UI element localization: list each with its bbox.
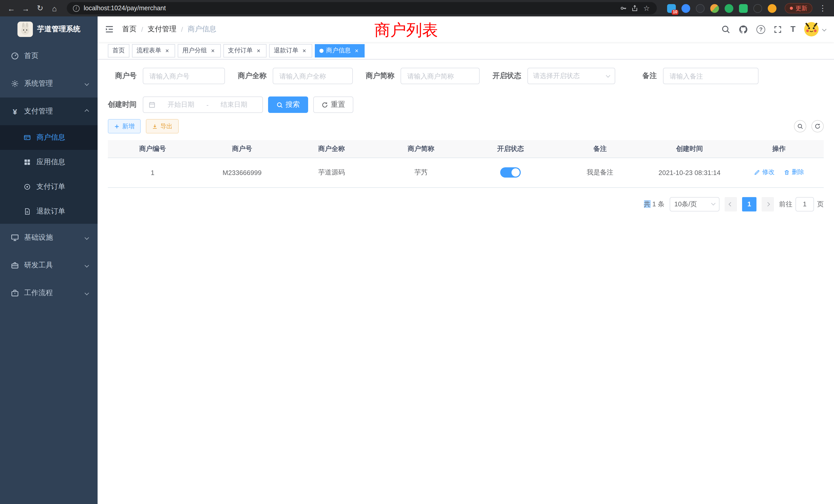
tab-refund-order[interactable]: 退款订单×	[269, 44, 312, 57]
address-bar[interactable]: i localhost:1024/pay/merchant ☆	[67, 2, 657, 14]
pagination-total: 共 1 条	[644, 199, 664, 209]
sidebar-item-dev-tools[interactable]: 研发工具	[0, 251, 97, 279]
sidebar-item-refund-order[interactable]: 退款订单	[0, 199, 97, 224]
refresh-icon	[814, 123, 821, 129]
help-icon[interactable]: ?	[756, 25, 765, 33]
edit-link[interactable]: 修改	[754, 168, 774, 177]
share-icon[interactable]	[631, 5, 638, 12]
sidebar-item-merchant-info[interactable]: 商户信息	[0, 125, 97, 150]
sidebar-item-home[interactable]: 首页	[0, 42, 97, 70]
home-icon[interactable]: ⌂	[48, 2, 61, 14]
breadcrumb-payment[interactable]: 支付管理	[148, 25, 176, 34]
sidebar-item-infrastructure[interactable]: 基础设施	[0, 224, 97, 251]
extension-icon[interactable]: 10	[667, 4, 676, 13]
tab-process-form[interactable]: 流程表单×	[132, 44, 175, 57]
chevron-right-icon	[766, 202, 770, 206]
back-icon[interactable]: ←	[5, 2, 18, 14]
profile-avatar-icon[interactable]	[768, 4, 776, 13]
col-actions: 操作	[734, 140, 824, 158]
tab-merchant-info[interactable]: 商户信息×	[315, 44, 365, 57]
trash-icon	[784, 169, 790, 176]
browser-menu-icon[interactable]: ⋮	[816, 2, 829, 14]
date-end-placeholder[interactable]: 结束日期	[211, 100, 257, 109]
extension-icon[interactable]	[681, 4, 690, 13]
close-icon[interactable]: ×	[301, 47, 308, 54]
close-icon[interactable]: ×	[164, 47, 171, 54]
close-icon[interactable]: ×	[210, 47, 216, 54]
breadcrumb-home[interactable]: 首页	[122, 25, 137, 34]
add-button[interactable]: 新增	[108, 119, 141, 134]
tab-user-group[interactable]: 用户分组×	[178, 44, 221, 57]
fullscreen-icon[interactable]	[773, 25, 782, 33]
delete-link[interactable]: 删除	[784, 168, 804, 177]
url-text[interactable]: localhost:1024/pay/merchant	[84, 5, 616, 12]
sidebar-item-app-info[interactable]: 应用信息	[0, 150, 97, 175]
extension-icon[interactable]	[753, 4, 762, 13]
prev-page-button[interactable]	[725, 197, 737, 211]
cell-remark: 我是备注	[555, 158, 645, 187]
browser-update-button[interactable]: 更新	[785, 3, 812, 13]
filter-create-time: 创建时间 开始日期 - 结束日期	[108, 96, 263, 113]
tab-home[interactable]: 首页	[108, 44, 129, 57]
chevron-down-icon	[85, 263, 89, 268]
page-unit-label: 页	[817, 199, 824, 209]
tab-pay-order[interactable]: 支付订单×	[223, 44, 266, 57]
main-area: 首页 / 支付管理 / 商户信息 商户列表 ?	[97, 17, 834, 504]
status-select[interactable]: 请选择开启状态	[527, 68, 615, 84]
date-start-placeholder[interactable]: 开始日期	[158, 100, 204, 109]
key-icon[interactable]	[620, 5, 627, 12]
github-icon[interactable]	[739, 24, 748, 34]
page-size-select[interactable]: 10条/页	[670, 197, 720, 211]
extension-icon[interactable]	[710, 4, 719, 13]
filter-short-name: 商户简称	[366, 68, 480, 84]
merchant-no-input[interactable]	[143, 68, 225, 84]
sidebar-item-system[interactable]: 系统管理	[0, 70, 97, 97]
toggle-search-button[interactable]	[794, 120, 806, 132]
full-name-input[interactable]	[273, 68, 353, 84]
toolbox-icon	[10, 261, 20, 270]
search-button[interactable]: 搜索	[268, 96, 308, 113]
next-page-button[interactable]	[762, 197, 774, 211]
refresh-button[interactable]	[811, 120, 824, 132]
sidebar-item-workflow[interactable]: 工作流程	[0, 279, 97, 307]
font-size-icon[interactable]: T	[790, 25, 795, 34]
cell-status	[466, 158, 555, 187]
cell-merchant-id: 1	[108, 158, 197, 187]
app-frame: 芋道管理系统 首页 系统管理 ¥	[0, 17, 834, 504]
extension-icon[interactable]	[739, 4, 748, 13]
sidebar-item-pay-order[interactable]: 支付订单	[0, 175, 97, 199]
gear-icon	[10, 79, 20, 88]
site-info-icon[interactable]: i	[73, 5, 80, 12]
close-icon[interactable]: ×	[255, 47, 262, 54]
export-button[interactable]: 导出	[146, 119, 179, 134]
extension-icon[interactable]	[725, 4, 733, 13]
document-icon	[23, 208, 32, 215]
sidebar-item-payment[interactable]: ¥ 支付管理	[0, 97, 97, 125]
browser-extensions: 10	[667, 4, 776, 13]
chevron-down-icon	[85, 235, 89, 240]
page-number-1[interactable]: 1	[742, 197, 756, 211]
search-icon[interactable]	[721, 25, 730, 34]
breadcrumb-current: 商户信息	[188, 25, 217, 34]
status-switch[interactable]	[500, 167, 521, 178]
reset-button[interactable]: 重置	[313, 96, 353, 113]
breadcrumb-separator: /	[181, 25, 183, 33]
plus-icon	[114, 123, 120, 129]
sidebar: 芋道管理系统 首页 系统管理 ¥	[0, 17, 97, 504]
sidebar-toggle-icon[interactable]	[105, 25, 114, 34]
forward-icon[interactable]: →	[20, 2, 32, 14]
short-name-input[interactable]	[400, 68, 480, 84]
remark-input[interactable]	[663, 68, 759, 84]
bookmark-star-icon[interactable]: ☆	[642, 2, 651, 14]
chevron-left-icon	[729, 202, 733, 206]
goto-page-input[interactable]	[795, 197, 814, 211]
filter-full-name: 商户全称	[238, 68, 353, 84]
filter-status: 开启状态 请选择开启状态	[492, 68, 615, 84]
app-logo[interactable]: 芋道管理系统	[0, 17, 97, 42]
close-icon[interactable]: ×	[353, 47, 360, 54]
date-range-picker[interactable]: 开始日期 - 结束日期	[143, 96, 263, 113]
merchant-table: 商户编号 商户号 商户全称 商户简称 开启状态 备注 创建时间 操作 1	[108, 140, 824, 188]
user-menu[interactable]	[804, 22, 826, 37]
extension-icon[interactable]	[696, 4, 705, 13]
reload-icon[interactable]: ↻	[34, 2, 46, 14]
